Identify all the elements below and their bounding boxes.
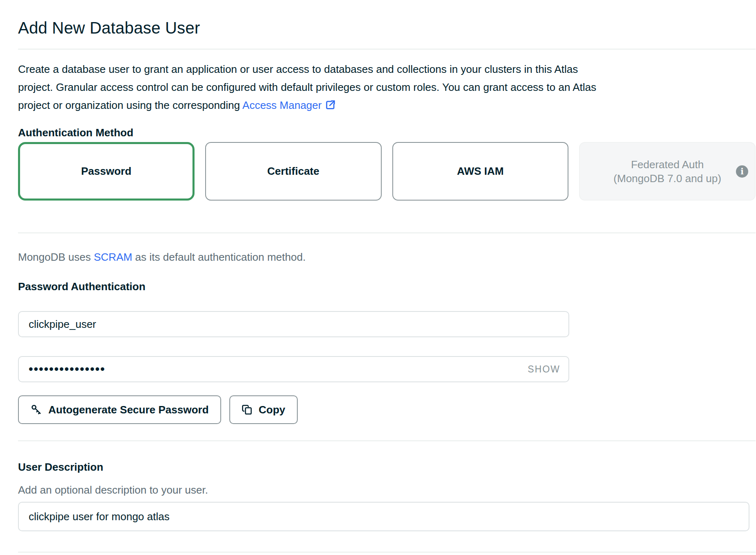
password-actions-row: Autogenerate Secure Password Copy: [18, 395, 756, 424]
password-field-row: SHOW: [18, 356, 569, 382]
auth-option-certificate[interactable]: Certificate: [205, 142, 382, 201]
description-line-1: Create a database user to grant an appli…: [18, 60, 733, 78]
authentication-method-heading: Authentication Method: [18, 126, 756, 139]
user-description-input[interactable]: [18, 502, 749, 531]
page-title: Add New Database User: [18, 17, 756, 38]
external-link-icon: [325, 99, 336, 111]
auth-option-federated-auth: Federated Auth (MongoDB 7.0 and up) i: [579, 142, 756, 201]
password-authentication-heading: Password Authentication: [18, 280, 756, 293]
add-database-user-page: Add New Database User Create a database …: [0, 0, 756, 555]
access-manager-link[interactable]: Access Manager: [242, 99, 337, 111]
auth-option-password-label: Password: [81, 165, 131, 178]
divider-top: [18, 49, 756, 50]
auth-option-password[interactable]: Password: [18, 142, 195, 201]
copy-icon: [242, 404, 253, 415]
autogenerate-password-label: Autogenerate Secure Password: [48, 404, 209, 416]
auth-method-options: Password Certificate AWS IAM Federated A…: [18, 142, 756, 201]
description-line-2: project. Granular access control can be …: [18, 78, 733, 96]
auth-option-aws-iam-label: AWS IAM: [457, 165, 504, 178]
user-description-helper: Add an optional description to your user…: [18, 484, 756, 496]
divider-description: [18, 440, 756, 441]
divider-bottom: [18, 552, 756, 553]
auth-option-aws-iam[interactable]: AWS IAM: [392, 142, 569, 201]
page-description: Create a database user to grant an appli…: [18, 60, 733, 114]
username-input[interactable]: [18, 311, 569, 337]
info-icon[interactable]: i: [736, 165, 748, 178]
auth-option-certificate-label: Certificate: [267, 165, 319, 178]
user-description-heading: User Description: [18, 460, 756, 474]
scram-note: MongoDB uses SCRAM as its default authen…: [18, 248, 756, 266]
key-icon: [30, 404, 43, 416]
divider-auth: [18, 232, 756, 233]
copy-button-label: Copy: [259, 404, 285, 416]
scram-link[interactable]: SCRAM: [94, 251, 132, 263]
show-password-button[interactable]: SHOW: [527, 364, 560, 375]
description-line-3-text: project or organization using the corres…: [18, 99, 242, 111]
password-input[interactable]: [18, 356, 569, 382]
auth-option-federated-auth-label: Federated Auth (MongoDB 7.0 and up): [613, 158, 721, 185]
autogenerate-password-button[interactable]: Autogenerate Secure Password: [18, 395, 221, 424]
copy-password-button[interactable]: Copy: [229, 395, 298, 424]
description-line-3: project or organization using the corres…: [18, 96, 733, 114]
